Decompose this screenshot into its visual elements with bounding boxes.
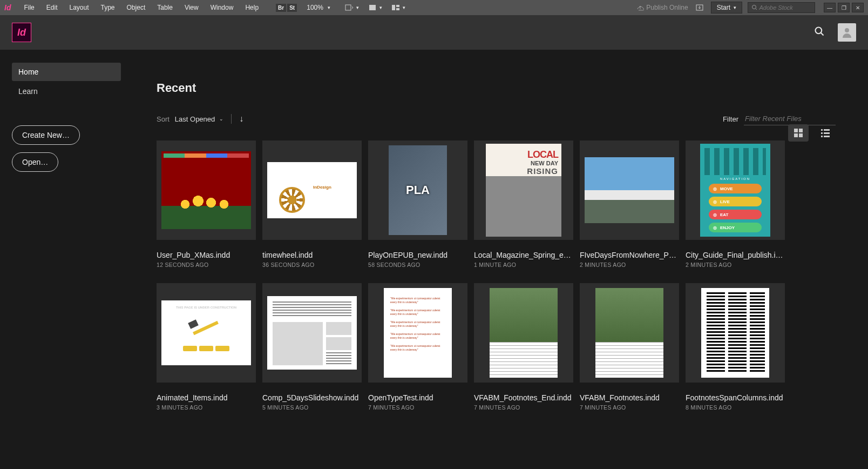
svg-rect-1	[369, 5, 376, 10]
file-timestamp: 2 minutes ago	[686, 262, 785, 268]
file-thumbnail	[262, 283, 362, 383]
bridge-icon[interactable]: Br	[276, 4, 286, 12]
svg-rect-13	[821, 129, 823, 131]
file-name: FIveDaysFromNowhere_Publish…	[580, 251, 679, 259]
menu-table[interactable]: Table	[152, 2, 178, 14]
recent-file-card[interactable]: VFABM_Footnotes_End.indd 7 minutes ago	[474, 283, 573, 411]
file-thumbnail: THIS PAGE IS UNDER CONSTRUCTION	[157, 283, 256, 383]
recent-file-card[interactable]: Comp_5DaysSlideshow.indd 5 minutes ago	[262, 283, 362, 411]
svg-rect-2	[392, 5, 395, 10]
menu-object[interactable]: Object	[121, 2, 151, 14]
screen-mode-icon[interactable]	[367, 3, 378, 12]
svg-rect-16	[824, 132, 830, 134]
file-timestamp: 12 seconds ago	[157, 262, 256, 268]
svg-rect-18	[824, 136, 830, 137]
file-thumbnail	[262, 140, 362, 240]
divider	[231, 114, 232, 124]
file-name: VFABM_Footnotes_End.indd	[474, 393, 573, 402]
file-name: OpenTypeTest.indd	[368, 393, 467, 402]
chevron-down-icon[interactable]: ▾	[356, 5, 359, 10]
stock-icon[interactable]: St	[287, 4, 297, 12]
recent-file-card[interactable]: LOCALNEW DAYRISING Local_Magazine_Spring…	[474, 140, 573, 268]
chevron-down-icon: ▾	[328, 5, 330, 10]
file-timestamp: 7 minutes ago	[474, 404, 573, 411]
grid-view-button[interactable]	[788, 124, 809, 142]
chevron-down-icon[interactable]: ▾	[379, 5, 382, 10]
sidebar-item-learn[interactable]: Learn	[12, 82, 121, 100]
file-timestamp: 36 seconds ago	[262, 262, 362, 268]
menu-layout[interactable]: Layout	[64, 2, 94, 14]
svg-point-8	[845, 28, 849, 32]
recent-file-card[interactable]: PLA PlayOnEPUB_new.indd 58 seconds ago	[368, 140, 467, 268]
chevron-down-icon[interactable]: ▾	[403, 5, 405, 10]
maximize-button[interactable]: ❐	[838, 3, 850, 12]
recent-file-card[interactable]: VFABM_Footnotes.indd 7 minutes ago	[580, 283, 679, 411]
file-thumbnail	[686, 283, 785, 383]
window-controls: — ❐ ✕	[824, 3, 864, 12]
menu-edit[interactable]: Edit	[41, 2, 63, 14]
file-timestamp: 5 minutes ago	[262, 404, 362, 411]
search-icon	[751, 4, 757, 11]
publish-online-button[interactable]: Publish Online	[636, 4, 688, 11]
sync-icon[interactable]	[694, 3, 706, 12]
sort-filter-row: Sort Last Opened ⌄ ↓ Filter	[157, 112, 836, 125]
sort-direction-button[interactable]: ↓	[239, 114, 243, 124]
file-name: Animated_Items.indd	[157, 393, 256, 402]
file-timestamp: 58 seconds ago	[368, 262, 467, 268]
menu-file[interactable]: File	[18, 2, 39, 14]
chevron-down-icon: ▾	[734, 5, 736, 10]
file-name: VFABM_Footnotes.indd	[580, 393, 679, 402]
file-name: timewheel.indd	[262, 251, 362, 259]
recent-file-card[interactable]: FootnotesSpanColumns.indd 8 minutes ago	[686, 283, 785, 411]
recent-file-card[interactable]: timewheel.indd 36 seconds ago	[262, 140, 362, 268]
svg-rect-10	[799, 129, 803, 132]
app-logo-small: Id	[4, 3, 11, 12]
file-thumbnail	[580, 283, 679, 383]
close-button[interactable]: ✕	[852, 3, 864, 12]
file-name: Comp_5DaysSlideshow.indd	[262, 393, 362, 402]
svg-rect-12	[799, 133, 803, 137]
zoom-dropdown[interactable]: 100% ▾	[307, 4, 330, 11]
recent-file-card[interactable]: User_Pub_XMas.indd 12 seconds ago	[157, 140, 256, 268]
svg-point-6	[752, 5, 756, 9]
svg-point-7	[816, 28, 822, 34]
sort-dropdown[interactable]: Last Opened ⌄	[175, 115, 223, 123]
minimize-button[interactable]: —	[824, 3, 836, 12]
file-name: User_Pub_XMas.indd	[157, 251, 256, 259]
search-icon	[814, 26, 825, 37]
svg-rect-17	[821, 136, 823, 137]
recent-file-card[interactable]: FIveDaysFromNowhere_Publish… 2 minutes a…	[580, 140, 679, 268]
list-view-button[interactable]	[815, 124, 836, 142]
file-thumbnail: LOCALNEW DAYRISING	[474, 140, 573, 240]
user-avatar[interactable]	[838, 23, 856, 42]
adobe-stock-search[interactable]	[748, 2, 815, 13]
open-button[interactable]: Open…	[12, 152, 58, 172]
svg-rect-3	[396, 5, 399, 7]
menu-window[interactable]: Window	[205, 2, 239, 14]
arrange-icon[interactable]	[390, 3, 402, 12]
view-options-icon[interactable]	[343, 3, 355, 12]
search-button[interactable]	[814, 26, 825, 39]
file-name: City_Guide_Final_publish.indd	[686, 251, 785, 259]
file-timestamp: 1 minute ago	[474, 262, 573, 268]
sort-label: Sort	[157, 115, 169, 123]
stock-search-input[interactable]	[759, 4, 811, 11]
file-thumbnail: PLA	[368, 140, 467, 240]
filter-input[interactable]	[744, 112, 836, 125]
menu-type[interactable]: Type	[96, 2, 120, 14]
sidebar-item-home[interactable]: Home	[12, 63, 121, 81]
user-icon	[840, 26, 853, 39]
create-new-button[interactable]: Create New…	[12, 125, 80, 145]
recent-files-grid: User_Pub_XMas.indd 12 seconds ago timewh…	[157, 140, 836, 411]
app-menubar: Id File Edit Layout Type Object Table Vi…	[0, 0, 868, 15]
recent-file-card[interactable]: NAVIGATION MOVE LIVE EAT ENJOY City_Guid…	[686, 140, 785, 268]
menu-help[interactable]: Help	[240, 2, 264, 14]
menu-view[interactable]: View	[179, 2, 204, 14]
recent-file-card[interactable]: THIS PAGE IS UNDER CONSTRUCTION Animated…	[157, 283, 256, 411]
recent-file-card[interactable]: "We experimentum ut consequatur oderat e…	[368, 283, 467, 411]
filter-label: Filter	[723, 115, 738, 123]
svg-rect-0	[345, 5, 351, 10]
file-name: PlayOnEPUB_new.indd	[368, 251, 467, 259]
workspace-switcher[interactable]: Start ▾	[711, 2, 742, 14]
chevron-down-icon: ⌄	[219, 116, 223, 122]
